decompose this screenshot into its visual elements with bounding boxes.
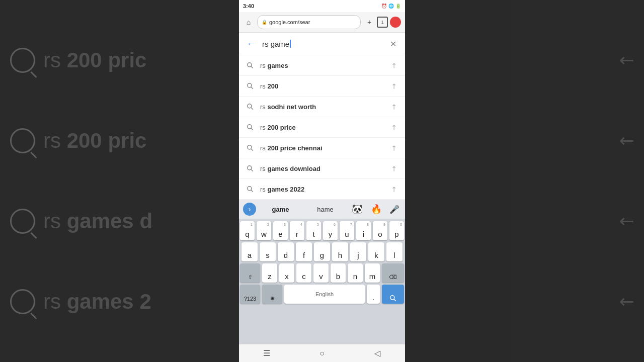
new-tab-button[interactable]: + [364,17,375,28]
keyboard-suggestion-0[interactable]: game [260,206,301,213]
key-b[interactable]: b [331,263,346,283]
numbers-key[interactable]: ?123 [240,285,260,304]
key-f[interactable]: f [296,242,312,261]
backspace-key[interactable]: ⌫ [382,263,404,283]
suggestion-arrow-3: ↗ [387,120,401,134]
suggestions-list: rs games ↗ rs 200 ↗ rs sodhi net worth ↗ [239,55,405,200]
bg-row-1: rs 200 pric [10,48,146,73]
key-h[interactable]: h [332,242,348,261]
key-z[interactable]: z [262,263,277,283]
browser-actions: + 1 [364,17,401,28]
bg-right-row-1: ↖ [619,50,634,71]
search-icon-4 [245,143,255,153]
search-icon-3 [245,122,255,132]
search-query-text: rs game [262,40,289,48]
tabs-button[interactable]: 1 [377,17,388,28]
search-back-button[interactable]: ← [244,37,258,51]
key-a[interactable]: a [242,242,258,261]
key-n[interactable]: n [348,263,363,283]
shift-key[interactable]: ⇧ [240,263,260,283]
suggestion-item-5[interactable]: rs games download ↗ [239,158,405,179]
profile-button[interactable] [390,17,401,28]
network-icon: 🌐 [388,4,394,9]
bg-right: ↖ ↖ ↖ ↖ [403,0,644,362]
nav-back-button[interactable]: ◁ [367,346,387,361]
bg-arrow-1: ↖ [614,48,639,73]
suggestion-item-0[interactable]: rs games ↗ [239,55,405,76]
svg-point-2 [248,83,252,87]
key-u[interactable]: 7u [340,221,354,240]
key-c[interactable]: c [296,263,311,283]
keyboard-row-4: ?123 ⊕ English . [240,285,404,304]
key-y[interactable]: 6y [323,221,338,240]
suggestion-item-3[interactable]: rs 200 price ↗ [239,117,405,138]
search-icon-6 [245,184,255,194]
back-arrow-icon: ← [247,39,256,49]
clear-search-button[interactable]: ✕ [386,37,400,51]
globe-key[interactable]: ⊕ [262,285,282,304]
keyboard-emoji-button[interactable]: 🔥 [369,204,384,215]
status-time: 3:40 [243,3,254,9]
battery-icon: 🔋 [395,4,401,9]
key-d[interactable]: d [278,242,294,261]
key-e[interactable]: 3e [273,221,288,240]
key-j[interactable]: j [350,242,366,261]
nav-menu-button[interactable]: ☰ [257,346,277,361]
home-button[interactable]: ⌂ [243,17,254,28]
keyboard-mic-button[interactable]: 🎤 [388,205,401,214]
key-l[interactable]: l [386,242,403,261]
svg-line-15 [394,299,396,301]
bg-row-2: rs 200 pric [10,128,146,153]
keyboard: › game hame 🐼 🔥 🎤 1q 2w 3e 4r 5t 6y 7u 8… [239,200,405,344]
bg-search-icon-1 [10,48,35,73]
svg-line-11 [251,169,253,171]
suggestion-item-1[interactable]: rs 200 ↗ [239,76,405,97]
svg-line-9 [251,149,253,151]
home-circle-icon: ○ [319,349,325,358]
bg-left: rs 200 pric rs 200 pric rs games d rs ga… [0,0,242,362]
svg-point-10 [248,166,252,170]
keyboard-expand-button[interactable]: › [243,203,256,216]
key-q[interactable]: 1q [240,221,255,240]
bg-arrow-4: ↖ [614,289,639,315]
url-bar[interactable]: 🔒 google.com/sear [257,15,361,29]
key-m[interactable]: m [365,263,380,283]
bg-search-icon-4 [10,289,35,314]
keyboard-suggestion-1[interactable]: hame [305,206,346,213]
suggestion-text-4: rs 200 price chennai [260,144,384,152]
keyboard-suggestion-emoji[interactable]: 🐼 [350,204,365,215]
key-t[interactable]: 5t [306,221,321,240]
key-p[interactable]: 0p [389,221,404,240]
key-r[interactable]: 4r [290,221,304,240]
suggestion-item-6[interactable]: rs games 2022 ↗ [239,179,405,200]
space-key[interactable]: English [284,285,365,304]
key-v[interactable]: v [313,263,329,283]
key-w[interactable]: 2w [257,221,271,240]
suggestion-item-2[interactable]: rs sodhi net worth ↗ [239,97,405,117]
alarm-icon: ⏰ [381,4,387,9]
key-s[interactable]: s [260,242,276,261]
key-x[interactable]: x [279,263,294,283]
suggestion-text-2: rs sodhi net worth [260,103,384,111]
bg-right-row-3: ↖ [619,211,634,232]
key-k[interactable]: k [368,242,384,261]
suggestion-text-3: rs 200 price [260,124,384,131]
bg-search-icon-3 [10,209,35,234]
key-o[interactable]: 9o [373,221,387,240]
search-key[interactable] [382,285,404,304]
keyboard-row-2: a s d f g h j k l [240,242,404,261]
clear-icon: ✕ [390,39,396,49]
suggestion-item-4[interactable]: rs 200 price chennai ↗ [239,138,405,158]
bg-text-1: rs 200 pric [43,48,146,72]
nav-home-button[interactable]: ○ [312,346,332,361]
suggestion-text-6: rs games 2022 [260,186,384,193]
key-g[interactable]: g [314,242,330,261]
svg-point-0 [248,63,252,67]
search-icon-0 [245,60,255,70]
dot-key[interactable]: . [367,285,380,304]
svg-line-5 [251,108,253,110]
bg-search-icon-2 [10,128,35,153]
key-i[interactable]: 8i [356,221,371,240]
search-input[interactable]: rs game [262,40,382,48]
keyboard-rows: 1q 2w 3e 4r 5t 6y 7u 8i 9o 0p a s d f g … [239,219,405,344]
